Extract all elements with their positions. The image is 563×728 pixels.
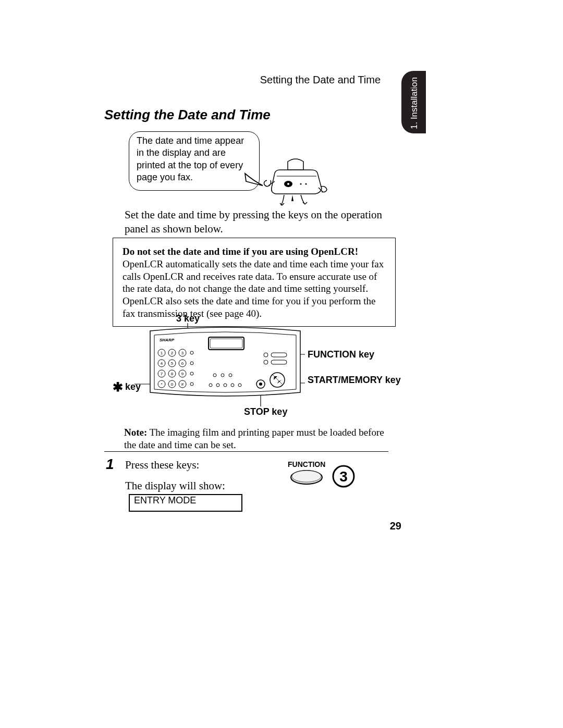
lcd-text: ENTRY MODE <box>134 495 196 505</box>
function-caption: FUNCTION <box>288 460 325 468</box>
section-title: Setting the Date and Time <box>104 107 271 123</box>
divider <box>104 451 388 452</box>
label-start-memory-key: START/MEMORY key <box>308 375 391 386</box>
label-star-key-text: key <box>125 381 141 392</box>
key-3-label: 3 <box>339 468 348 485</box>
operation-panel-icon: SHARP 123 456 789 *0# <box>147 326 303 401</box>
svg-text:4: 4 <box>161 361 163 366</box>
svg-point-3 <box>300 183 302 185</box>
key-3-icon: 3 <box>332 464 356 488</box>
step-line-2: The display will show: <box>125 479 225 492</box>
svg-text:7: 7 <box>161 372 163 376</box>
speech-bubble: The date and time appear in the display … <box>129 131 260 191</box>
svg-text:0: 0 <box>171 382 174 387</box>
svg-point-53 <box>259 382 262 386</box>
svg-text:1: 1 <box>161 351 163 355</box>
svg-text:#: # <box>181 382 184 387</box>
note-paragraph: Note: The imaging film and printing pape… <box>124 426 385 451</box>
warning-box: Do not set the date and time if you are … <box>113 238 396 327</box>
running-header: Setting the Date and Time <box>260 74 381 86</box>
warning-body: OpenLCR automatically sets the date and … <box>123 258 386 320</box>
intro-paragraph: Set the date and time by pressing the ke… <box>125 208 389 236</box>
chapter-thumb-tab: 1. Installation <box>401 71 426 133</box>
thumb-tab-label: 1. Installation <box>409 77 420 129</box>
step-number: 1 <box>106 456 114 473</box>
manual-page: Setting the Date and Time 1. Installatio… <box>0 0 563 728</box>
svg-text:2: 2 <box>171 351 174 355</box>
fax-machine-illustration-icon <box>259 155 332 207</box>
panel-brand: SHARP <box>160 338 175 342</box>
label-star-key: ✱ key <box>113 378 141 393</box>
label-function-key: FUNCTION key <box>308 349 374 360</box>
star-icon: ✱ <box>113 380 123 394</box>
note-label: Note: <box>124 427 147 438</box>
function-button-icon <box>288 469 325 486</box>
page-number: 29 <box>390 520 401 532</box>
svg-point-2 <box>287 183 289 185</box>
lcd-display: ENTRY MODE <box>129 494 242 512</box>
svg-point-4 <box>305 183 307 185</box>
label-3-key: 3 key <box>176 313 200 324</box>
svg-text:3: 3 <box>181 351 184 355</box>
speech-bubble-text: The date and time appear in the display … <box>137 135 244 182</box>
svg-text:9: 9 <box>181 372 184 376</box>
label-stop-key: STOP key <box>244 406 287 417</box>
step-line-1: Press these keys: <box>125 459 199 472</box>
svg-text:8: 8 <box>171 372 174 376</box>
warning-title: Do not set the date and time if you are … <box>123 245 386 258</box>
svg-text:*: * <box>161 382 162 387</box>
note-body: The imaging film and printing paper must… <box>124 427 384 450</box>
svg-point-57 <box>292 471 321 482</box>
svg-text:5: 5 <box>171 361 174 366</box>
svg-text:6: 6 <box>181 361 184 366</box>
